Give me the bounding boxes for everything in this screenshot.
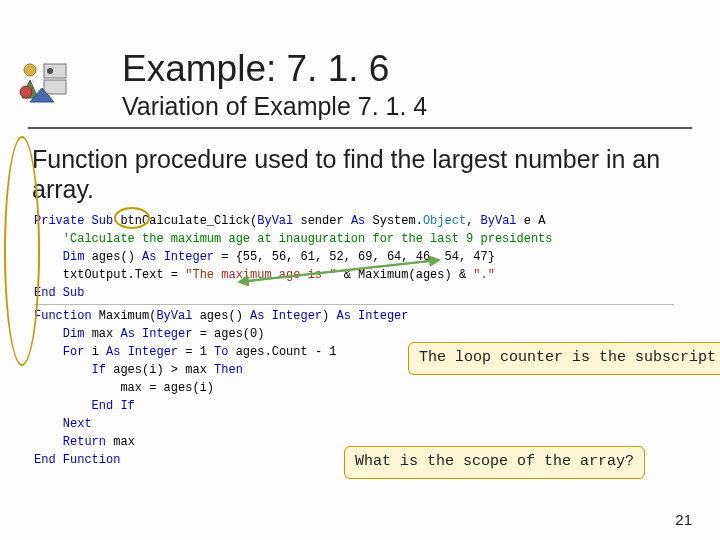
callout-loop-counter: The loop counter is the subscript: [408, 342, 720, 375]
svg-rect-1: [44, 80, 66, 94]
page-number: 21: [675, 511, 692, 528]
callout-scope: What is the scope of the array?: [344, 446, 645, 479]
slide-logo-icon: [14, 58, 70, 114]
code-block: Private Sub btnCalculate_Click(ByVal sen…: [34, 212, 720, 469]
highlight-ellipse-left: [4, 136, 40, 366]
svg-point-3: [24, 64, 36, 76]
slide-title: Example: 7. 1. 6: [122, 48, 692, 90]
highlight-ellipse-btn: [114, 207, 150, 229]
slide-subtitle: Variation of Example 7. 1. 4: [122, 92, 692, 127]
body-paragraph: Function procedure used to find the larg…: [0, 129, 720, 208]
svg-point-2: [47, 68, 53, 74]
svg-point-5: [20, 86, 32, 98]
